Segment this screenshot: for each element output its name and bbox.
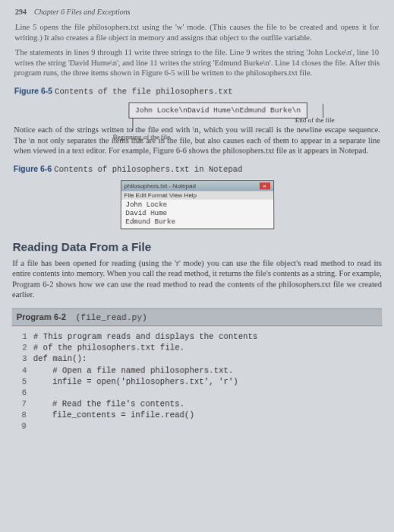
figure-6-5-caption: Figure 6-5 Contents of the file philosop… bbox=[14, 87, 380, 97]
notepad-menu: File Edit Format View Help bbox=[121, 192, 273, 200]
label-end: End of the file bbox=[295, 116, 335, 124]
notice-paragraph: Notice each of the strings written to th… bbox=[14, 125, 380, 157]
line-number: 2 bbox=[14, 342, 27, 353]
code-listing: 1# This program reads and displays the c… bbox=[11, 326, 383, 437]
code-text: def main(): bbox=[33, 353, 87, 365]
line-number: 7 bbox=[14, 398, 27, 410]
figure-6-6-caption: Figure 6-6 Contents of philosophers.txt … bbox=[14, 164, 381, 174]
code-text: file_contents = infile.read() bbox=[33, 410, 194, 421]
figure-label: Figure 6-6 bbox=[14, 164, 52, 173]
page-header: 294 Chapter 6 Files and Exceptions bbox=[15, 8, 379, 16]
line-number: 5 bbox=[14, 376, 27, 388]
code-line: 1# This program reads and displays the c… bbox=[14, 331, 379, 343]
figure-title: Contents of the file philosophers.txt bbox=[55, 87, 232, 97]
notepad-line: John Locke bbox=[125, 201, 268, 210]
figure-6-5-diagram: John Locke\nDavid Hume\nEdmund Burke\n B… bbox=[82, 103, 311, 119]
code-text: # Read the file's contents. bbox=[33, 398, 184, 410]
line-number: 4 bbox=[14, 365, 27, 376]
code-text: infile = open('philosophers.txt', 'r') bbox=[33, 376, 238, 388]
page-number: 294 bbox=[15, 8, 27, 16]
program-header: Program 6-2 (file_read.py) bbox=[12, 309, 383, 327]
code-line: 8 file_contents = infile.read() bbox=[14, 410, 380, 421]
code-line: 5 infile = open('philosophers.txt', 'r') bbox=[14, 376, 380, 388]
figure-label: Figure 6-5 bbox=[14, 87, 53, 96]
label-beginning: Beginning of the file bbox=[113, 133, 170, 141]
code-text: # Open a file named philosophers.txt. bbox=[33, 365, 233, 376]
line-number: 9 bbox=[14, 421, 27, 432]
code-line: 9 bbox=[14, 421, 380, 432]
code-line: 6 bbox=[14, 387, 380, 398]
reading-paragraph: If a file has been opened for reading (u… bbox=[12, 258, 382, 300]
close-icon: × bbox=[259, 182, 269, 189]
intro-paragraph-2: The statements in lines 9 through 11 wri… bbox=[14, 48, 380, 79]
line-number: 3 bbox=[14, 353, 27, 365]
code-line: 4 # Open a file named philosophers.txt. bbox=[14, 365, 380, 376]
code-text: # This program reads and displays the co… bbox=[33, 331, 258, 343]
code-line: 3def main(): bbox=[14, 353, 380, 365]
line-number: 8 bbox=[14, 410, 27, 421]
textbook-page: 294 Chapter 6 Files and Exceptions Line … bbox=[0, 0, 394, 532]
code-text: # of the philosophers.txt file. bbox=[33, 342, 184, 353]
program-label: Program 6-2 bbox=[17, 312, 66, 321]
intro-paragraph-1: Line 5 opens the file philosophers.txt u… bbox=[14, 22, 380, 43]
file-contents-box: John Locke\nDavid Hume\nEdmund Burke\n bbox=[128, 103, 307, 119]
notepad-title-text: philosophers.txt - Notepad bbox=[124, 182, 195, 189]
code-line: 2# of the philosophers.txt file. bbox=[14, 342, 380, 353]
code-line: 7 # Read the file's contents. bbox=[14, 398, 380, 410]
notepad-line: David Hume bbox=[125, 210, 268, 218]
notepad-line: Edmund Burke bbox=[125, 218, 268, 226]
notepad-titlebar: philosophers.txt - Notepad × bbox=[121, 181, 273, 191]
line-number: 1 bbox=[14, 331, 27, 343]
figure-title: Contents of philosophers.txt in Notepad bbox=[54, 165, 242, 174]
program-filename: (file_read.py) bbox=[76, 313, 147, 322]
arrow-beginning bbox=[132, 118, 133, 131]
section-heading: Reading Data From a File bbox=[13, 239, 382, 252]
notepad-window: philosophers.txt - Notepad × File Edit F… bbox=[120, 180, 274, 229]
chapter-title: Chapter 6 Files and Exceptions bbox=[34, 8, 131, 16]
line-number: 6 bbox=[14, 387, 27, 398]
notepad-content: John Locke David Hume Edmund Burke bbox=[121, 200, 273, 228]
